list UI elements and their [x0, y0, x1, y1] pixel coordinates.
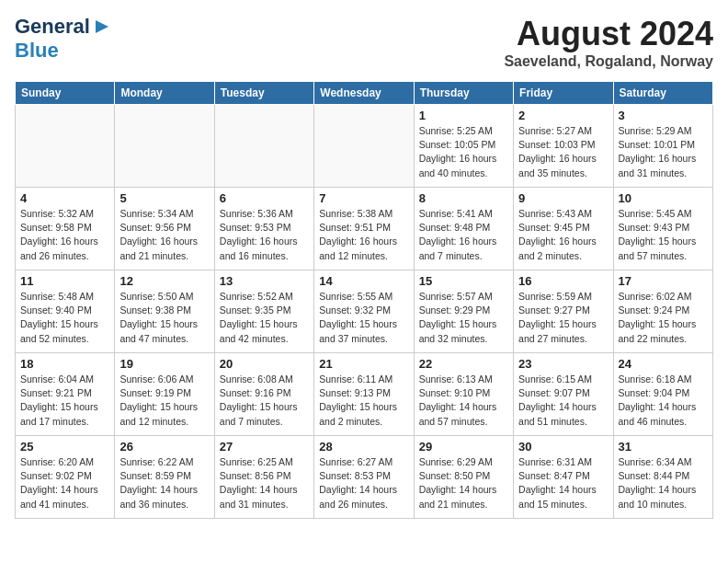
calendar-cell: 22Sunrise: 6:13 AM Sunset: 9:10 PM Dayli…	[414, 353, 513, 436]
day-info: Sunrise: 5:50 AM Sunset: 9:38 PM Dayligh…	[119, 290, 209, 346]
day-info: Sunrise: 6:27 AM Sunset: 8:53 PM Dayligh…	[319, 455, 408, 511]
month-title: August 2024	[504, 15, 713, 53]
calendar: SundayMondayTuesdayWednesdayThursdayFrid…	[15, 81, 713, 519]
week-row-4: 18Sunrise: 6:04 AM Sunset: 9:21 PM Dayli…	[16, 353, 713, 436]
day-info: Sunrise: 6:15 AM Sunset: 9:07 PM Dayligh…	[518, 373, 608, 429]
day-info: Sunrise: 5:52 AM Sunset: 9:35 PM Dayligh…	[220, 290, 309, 346]
calendar-cell: 29Sunrise: 6:29 AM Sunset: 8:50 PM Dayli…	[414, 436, 513, 519]
day-number: 16	[518, 274, 608, 288]
calendar-cell: 23Sunrise: 6:15 AM Sunset: 9:07 PM Dayli…	[514, 353, 613, 436]
calendar-cell: 25Sunrise: 6:20 AM Sunset: 9:02 PM Dayli…	[16, 436, 115, 519]
calendar-header-monday: Monday	[115, 82, 214, 105]
day-info: Sunrise: 5:43 AM Sunset: 9:45 PM Dayligh…	[518, 207, 608, 263]
day-info: Sunrise: 5:29 AM Sunset: 10:01 PM Daylig…	[619, 124, 708, 180]
calendar-cell: 15Sunrise: 5:57 AM Sunset: 9:29 PM Dayli…	[414, 270, 513, 353]
logo: General Blue	[15, 15, 112, 63]
day-info: Sunrise: 6:18 AM Sunset: 9:04 PM Dayligh…	[619, 373, 708, 429]
calendar-cell: 9Sunrise: 5:43 AM Sunset: 9:45 PM Daylig…	[514, 188, 613, 270]
header: General Blue August 2024 Saeveland, Roga…	[15, 15, 713, 70]
day-info: Sunrise: 6:04 AM Sunset: 9:21 PM Dayligh…	[20, 373, 109, 429]
calendar-cell	[115, 105, 214, 188]
day-number: 12	[119, 274, 209, 288]
calendar-cell: 8Sunrise: 5:41 AM Sunset: 9:48 PM Daylig…	[414, 188, 513, 270]
day-info: Sunrise: 5:36 AM Sunset: 9:53 PM Dayligh…	[220, 207, 309, 263]
day-number: 19	[119, 357, 209, 371]
day-info: Sunrise: 6:25 AM Sunset: 8:56 PM Dayligh…	[220, 455, 309, 511]
calendar-cell: 19Sunrise: 6:06 AM Sunset: 9:19 PM Dayli…	[115, 353, 214, 436]
day-number: 6	[220, 191, 309, 205]
svg-marker-0	[96, 20, 108, 33]
day-number: 17	[619, 274, 708, 288]
day-number: 22	[419, 357, 508, 371]
calendar-cell: 2Sunrise: 5:27 AM Sunset: 10:03 PM Dayli…	[514, 105, 613, 188]
calendar-cell: 18Sunrise: 6:04 AM Sunset: 9:21 PM Dayli…	[16, 353, 115, 436]
day-info: Sunrise: 6:20 AM Sunset: 9:02 PM Dayligh…	[20, 455, 109, 511]
calendar-cell: 10Sunrise: 5:45 AM Sunset: 9:43 PM Dayli…	[613, 188, 712, 270]
day-info: Sunrise: 6:22 AM Sunset: 8:59 PM Dayligh…	[119, 455, 209, 511]
day-number: 24	[619, 357, 708, 371]
day-number: 9	[518, 191, 608, 205]
calendar-cell: 12Sunrise: 5:50 AM Sunset: 9:38 PM Dayli…	[115, 270, 214, 353]
calendar-cell: 24Sunrise: 6:18 AM Sunset: 9:04 PM Dayli…	[613, 353, 712, 436]
calendar-cell: 21Sunrise: 6:11 AM Sunset: 9:13 PM Dayli…	[314, 353, 414, 436]
day-info: Sunrise: 5:48 AM Sunset: 9:40 PM Dayligh…	[20, 290, 109, 346]
calendar-cell: 31Sunrise: 6:34 AM Sunset: 8:44 PM Dayli…	[613, 436, 712, 519]
day-info: Sunrise: 5:38 AM Sunset: 9:51 PM Dayligh…	[319, 207, 408, 263]
day-number: 27	[220, 440, 309, 454]
week-row-1: 1Sunrise: 5:25 AM Sunset: 10:05 PM Dayli…	[16, 105, 713, 188]
calendar-header-tuesday: Tuesday	[214, 82, 313, 105]
calendar-cell: 6Sunrise: 5:36 AM Sunset: 9:53 PM Daylig…	[214, 188, 313, 270]
calendar-cell: 3Sunrise: 5:29 AM Sunset: 10:01 PM Dayli…	[613, 105, 712, 188]
calendar-cell: 27Sunrise: 6:25 AM Sunset: 8:56 PM Dayli…	[214, 436, 313, 519]
day-number: 7	[319, 191, 408, 205]
calendar-cell: 11Sunrise: 5:48 AM Sunset: 9:40 PM Dayli…	[16, 270, 115, 353]
day-number: 26	[119, 440, 209, 454]
calendar-cell	[214, 105, 313, 188]
day-number: 8	[419, 191, 508, 205]
day-number: 14	[319, 274, 408, 288]
day-number: 21	[319, 357, 408, 371]
day-number: 15	[419, 274, 508, 288]
day-info: Sunrise: 6:08 AM Sunset: 9:16 PM Dayligh…	[220, 373, 309, 429]
calendar-header-saturday: Saturday	[613, 82, 712, 105]
day-number: 13	[220, 274, 309, 288]
day-info: Sunrise: 5:57 AM Sunset: 9:29 PM Dayligh…	[419, 290, 508, 346]
calendar-cell: 13Sunrise: 5:52 AM Sunset: 9:35 PM Dayli…	[214, 270, 313, 353]
day-number: 18	[20, 357, 109, 371]
calendar-cell: 16Sunrise: 5:59 AM Sunset: 9:27 PM Dayli…	[514, 270, 613, 353]
day-number: 3	[619, 109, 708, 122]
day-info: Sunrise: 6:06 AM Sunset: 9:19 PM Dayligh…	[119, 373, 209, 429]
day-info: Sunrise: 5:25 AM Sunset: 10:05 PM Daylig…	[419, 124, 508, 180]
title-area: August 2024 Saeveland, Rogaland, Norway	[504, 15, 713, 70]
calendar-cell: 17Sunrise: 6:02 AM Sunset: 9:24 PM Dayli…	[613, 270, 712, 353]
calendar-cell: 20Sunrise: 6:08 AM Sunset: 9:16 PM Dayli…	[214, 353, 313, 436]
day-info: Sunrise: 5:41 AM Sunset: 9:48 PM Dayligh…	[419, 207, 508, 263]
day-number: 30	[518, 440, 608, 454]
calendar-cell: 4Sunrise: 5:32 AM Sunset: 9:58 PM Daylig…	[16, 188, 115, 270]
day-info: Sunrise: 6:02 AM Sunset: 9:24 PM Dayligh…	[619, 290, 708, 346]
calendar-header-sunday: Sunday	[16, 82, 115, 105]
day-info: Sunrise: 6:13 AM Sunset: 9:10 PM Dayligh…	[419, 373, 508, 429]
day-info: Sunrise: 6:31 AM Sunset: 8:47 PM Dayligh…	[518, 455, 608, 511]
location-title: Saeveland, Rogaland, Norway	[504, 53, 713, 70]
calendar-cell: 7Sunrise: 5:38 AM Sunset: 9:51 PM Daylig…	[314, 188, 414, 270]
day-number: 11	[20, 274, 109, 288]
calendar-header-thursday: Thursday	[414, 82, 513, 105]
week-row-3: 11Sunrise: 5:48 AM Sunset: 9:40 PM Dayli…	[16, 270, 713, 353]
day-info: Sunrise: 5:27 AM Sunset: 10:03 PM Daylig…	[518, 124, 608, 180]
day-number: 10	[619, 191, 708, 205]
calendar-cell	[314, 105, 414, 188]
day-number: 25	[20, 440, 109, 454]
calendar-cell: 28Sunrise: 6:27 AM Sunset: 8:53 PM Dayli…	[314, 436, 414, 519]
calendar-header-friday: Friday	[514, 82, 613, 105]
day-number: 23	[518, 357, 608, 371]
week-row-2: 4Sunrise: 5:32 AM Sunset: 9:58 PM Daylig…	[16, 188, 713, 270]
day-number: 2	[518, 109, 608, 122]
day-info: Sunrise: 6:11 AM Sunset: 9:13 PM Dayligh…	[319, 373, 408, 429]
day-info: Sunrise: 5:45 AM Sunset: 9:43 PM Dayligh…	[619, 207, 708, 263]
calendar-cell: 5Sunrise: 5:34 AM Sunset: 9:56 PM Daylig…	[115, 188, 214, 270]
day-number: 20	[220, 357, 309, 371]
day-number: 1	[419, 109, 508, 122]
day-info: Sunrise: 5:55 AM Sunset: 9:32 PM Dayligh…	[319, 290, 408, 346]
logo-blue: Blue	[15, 39, 59, 63]
